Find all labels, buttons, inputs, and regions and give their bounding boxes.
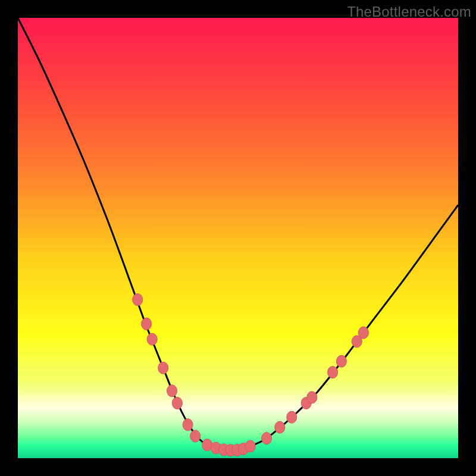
bottleneck-curve — [18, 18, 458, 450]
data-marker — [142, 318, 152, 330]
data-marker — [245, 440, 255, 452]
data-marker — [287, 411, 297, 423]
data-marker — [158, 362, 168, 374]
chart-svg — [18, 18, 458, 458]
data-marker — [275, 421, 285, 433]
data-marker — [190, 430, 201, 442]
data-marker — [307, 392, 317, 403]
data-markers — [133, 294, 369, 456]
data-marker — [172, 397, 182, 409]
data-marker — [262, 433, 272, 444]
data-marker — [328, 367, 338, 378]
plot-area — [18, 18, 458, 458]
data-marker — [358, 327, 368, 339]
data-marker — [133, 294, 143, 306]
data-marker — [167, 385, 177, 397]
data-marker — [183, 419, 193, 431]
data-marker — [336, 355, 346, 367]
chart-stage: TheBottleneck.com — [0, 0, 476, 476]
data-marker — [147, 333, 157, 345]
